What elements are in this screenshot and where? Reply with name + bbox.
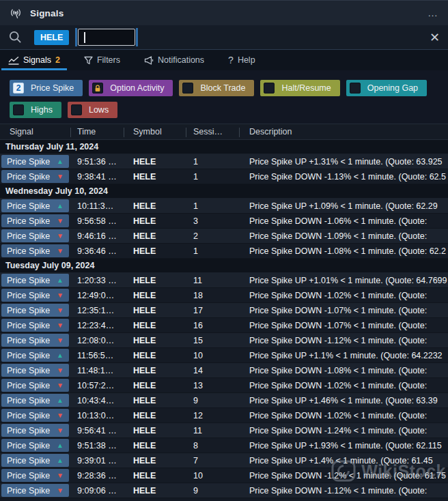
symbol-cell: HELE — [124, 231, 186, 241]
filter-chip-opening-gap[interactable]: Opening Gap — [346, 80, 427, 96]
signal-row[interactable]: Price Spike ▼ 12:49:0… HELE 18 Price Spi… — [0, 288, 448, 303]
signal-row[interactable]: Price Spike ▼ 9:28:36 … HELE 10 Price Sp… — [0, 468, 448, 483]
signal-row[interactable]: Price Spike ▼ 10:13:0… HELE 12 Price Spi… — [0, 408, 448, 423]
signal-cell: Price Spike ▼ — [0, 378, 70, 392]
symbol-cell: HELE — [124, 276, 186, 285]
session-cell: 1 — [186, 172, 239, 182]
price-spike-badge[interactable]: Price Spike ▼ — [1, 334, 69, 347]
price-spike-badge[interactable]: Price Spike ▼ — [1, 170, 69, 183]
filter-chip-halt-resume[interactable]: Halt/Resume — [260, 80, 339, 96]
close-icon[interactable]: ✕ — [430, 30, 440, 45]
column-divider[interactable] — [124, 128, 124, 137]
symbol-cell: HELE — [124, 216, 186, 226]
time-cell: 10:11:3… — [70, 201, 124, 211]
price-spike-badge[interactable]: Price Spike ▲ — [1, 454, 69, 467]
signal-row[interactable]: Price Spike ▲ 10:11:3… HELE 1 Price Spik… — [0, 199, 448, 214]
checkbox — [13, 104, 24, 115]
price-spike-badge[interactable]: Price Spike ▲ — [1, 274, 69, 287]
column-divider[interactable] — [239, 128, 240, 137]
signal-cell: Price Spike ▼ — [0, 468, 70, 483]
column-header-symbol[interactable]: Symbol — [124, 127, 186, 137]
column-header-session[interactable]: Sessi… — [186, 127, 239, 137]
direction-arrow-icon: ▲ — [57, 277, 64, 284]
price-spike-badge[interactable]: Price Spike ▲ — [1, 155, 69, 168]
signal-cell: Price Spike ▲ — [0, 453, 70, 468]
price-spike-badge[interactable]: Price Spike ▼ — [1, 214, 69, 227]
filter-chip-price-spike[interactable]: 2 Price Spike — [10, 80, 83, 96]
column-header-signal[interactable]: Signal — [0, 127, 70, 137]
tab-notifications[interactable]: Notifications — [137, 50, 211, 70]
price-spike-badge[interactable]: Price Spike ▼ — [1, 304, 69, 317]
session-cell: 1 — [186, 246, 239, 256]
session-cell: 16 — [186, 321, 239, 330]
price-spike-badge[interactable]: Price Spike ▼ — [1, 244, 69, 257]
signal-row[interactable]: Price Spike ▲ 11:56:5… HELE 10 Price Spi… — [0, 348, 448, 363]
signal-row[interactable]: Price Spike ▼ 10:57:2… HELE 13 Price Spi… — [0, 378, 448, 393]
tab-help[interactable]: ? Help — [221, 50, 262, 70]
price-spike-badge[interactable]: Price Spike ▼ — [1, 319, 69, 332]
description-cell: Price Spike UP +1.1% < 1 minute. (Quote:… — [239, 351, 448, 360]
overflow-menu-icon[interactable]: … — [428, 10, 438, 16]
signal-label: Price Spike — [7, 336, 50, 345]
signal-filter-panel: 2 Price Spike Option Activity Block Trad… — [0, 70, 448, 124]
price-spike-badge[interactable]: Price Spike ▲ — [1, 439, 69, 452]
symbol-filter-chip[interactable]: HELE — [34, 30, 69, 45]
filter-chip-highs[interactable]: Highs — [10, 102, 61, 118]
search-input[interactable] — [78, 29, 135, 46]
column-divider[interactable] — [186, 128, 186, 137]
price-spike-badge[interactable]: Price Spike ▼ — [1, 379, 69, 392]
session-cell: 7 — [186, 456, 239, 466]
price-spike-badge[interactable]: Price Spike ▼ — [1, 229, 69, 242]
price-spike-badge[interactable]: Price Spike ▼ — [1, 289, 69, 302]
signal-row[interactable]: Price Spike ▼ 12:35:1… HELE 17 Price Spi… — [0, 303, 448, 318]
signal-row[interactable]: Price Spike ▲ 1:20:33 … HELE 11 Price Sp… — [0, 273, 448, 288]
direction-arrow-icon: ▼ — [57, 382, 64, 389]
signal-row[interactable]: Price Spike ▼ 9:56:41 … HELE 11 Price Sp… — [0, 423, 448, 438]
signal-row[interactable]: Price Spike ▲ 10:43:4… HELE 9 Price Spik… — [0, 393, 448, 408]
price-spike-badge[interactable]: Price Spike ▼ — [1, 409, 69, 422]
signal-row[interactable]: Price Spike ▼ 9:46:16 … HELE 2 Price Spi… — [0, 229, 448, 244]
price-spike-badge[interactable]: Price Spike ▼ — [1, 484, 69, 497]
signal-row[interactable]: Price Spike ▼ 9:56:58 … HELE 3 Price Spi… — [0, 214, 448, 229]
tab-signals[interactable]: Signals 2 — [1, 50, 67, 70]
price-spike-badge[interactable]: Price Spike ▼ — [1, 364, 69, 377]
price-spike-badge[interactable]: Price Spike ▼ — [1, 469, 69, 482]
direction-arrow-icon: ▲ — [57, 203, 64, 210]
price-spike-badge[interactable]: Price Spike ▲ — [1, 394, 69, 407]
filter-chip-block-trade[interactable]: Block Trade — [179, 80, 254, 96]
signal-row[interactable]: Price Spike ▼ 11:48:1… HELE 14 Price Spi… — [0, 363, 448, 378]
filter-chip-option-activity[interactable]: Option Activity — [89, 80, 173, 96]
session-cell: 15 — [186, 336, 239, 345]
chip-label: Opening Gap — [367, 83, 418, 93]
description-cell: Price Spike DOWN -1.02% < 1 minute. (Quo… — [239, 411, 448, 420]
price-spike-badge[interactable]: Price Spike ▲ — [1, 199, 69, 212]
window-titlebar: Signals … — [0, 0, 448, 25]
signal-row[interactable]: Price Spike ▼ 9:09:06 … HELE 9 Price Spi… — [0, 483, 448, 498]
signal-row[interactable]: Price Spike ▲ 9:39:01 … HELE 7 Price Spi… — [0, 453, 448, 468]
signal-row[interactable]: Price Spike ▼ 9:36:46 … HELE 1 Price Spi… — [0, 244, 448, 259]
filter-chip-lows[interactable]: Lows — [68, 102, 117, 118]
signal-row[interactable]: Price Spike ▲ 9:51:36 … HELE 1 Price Spi… — [0, 154, 448, 169]
price-spike-badge[interactable]: Price Spike ▼ — [1, 424, 69, 437]
session-cell: 9 — [186, 486, 239, 496]
signal-row[interactable]: Price Spike ▼ 9:38:41 … HELE 1 Price Spi… — [0, 169, 448, 184]
tab-filters[interactable]: Filters — [77, 50, 127, 70]
signal-label: Price Spike — [7, 486, 50, 496]
column-divider[interactable] — [70, 128, 71, 137]
input-right-handle[interactable] — [136, 28, 138, 46]
signal-row[interactable]: Price Spike ▼ 12:08:0… HELE 15 Price Spi… — [0, 333, 448, 348]
input-left-handle[interactable] — [75, 28, 77, 46]
symbol-cell: HELE — [124, 172, 186, 182]
description-cell: Price Spike UP +1.09% < 1 minute. (Quote… — [239, 201, 448, 211]
date-group-header: Thursday July 11, 2024 — [0, 140, 448, 154]
column-header-time[interactable]: Time — [70, 127, 124, 137]
session-cell: 1 — [186, 157, 239, 167]
price-spike-badge[interactable]: Price Spike ▲ — [1, 349, 69, 362]
symbol-cell: HELE — [124, 396, 186, 405]
signal-cell: Price Spike ▼ — [0, 288, 70, 302]
search-icon[interactable] — [8, 30, 23, 44]
signal-row[interactable]: Price Spike ▲ 9:51:38 … HELE 8 Price Spi… — [0, 438, 448, 453]
column-header-description[interactable]: Description — [239, 127, 448, 137]
signal-cell: Price Spike ▼ — [0, 214, 70, 228]
signal-row[interactable]: Price Spike ▼ 12:23:4… HELE 16 Price Spi… — [0, 318, 448, 333]
